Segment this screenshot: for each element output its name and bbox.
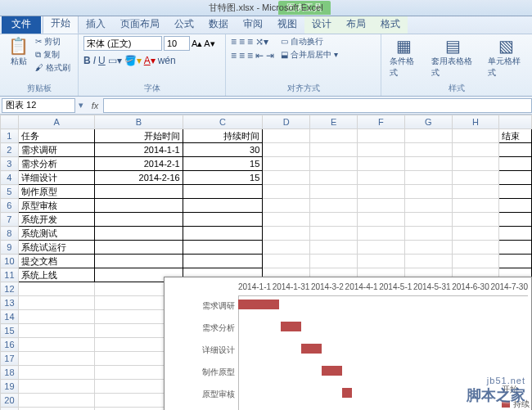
col-header[interactable]: A [18, 115, 94, 129]
copy-button[interactable]: ⧉ 复制 [35, 49, 70, 61]
cell[interactable] [310, 129, 358, 143]
cell[interactable] [452, 171, 499, 185]
cell[interactable]: 系统开发 [18, 213, 94, 227]
increase-indent-icon[interactable]: ⇥ [266, 50, 274, 61]
row-header[interactable]: 1 [1, 129, 19, 143]
cell[interactable] [183, 255, 263, 268]
cell[interactable] [95, 255, 183, 268]
tab-chart-format[interactable]: 格式 [373, 15, 408, 34]
cell[interactable] [310, 199, 358, 213]
row-header[interactable]: 18 [1, 366, 19, 380]
grid-row[interactable]: 4详细设计2014-2-1615 [1, 171, 532, 185]
cell[interactable] [263, 143, 310, 157]
cell[interactable] [452, 129, 499, 143]
row-header[interactable]: 17 [1, 352, 19, 366]
row-header[interactable]: 8 [1, 227, 19, 241]
cell[interactable] [452, 213, 499, 227]
col-header[interactable]: B [95, 115, 183, 129]
cell[interactable] [499, 227, 532, 241]
cell[interactable] [452, 227, 499, 241]
align-bottom-icon[interactable]: ≡ [247, 36, 253, 47]
cell[interactable] [357, 255, 404, 268]
column-headers[interactable]: A B C D E F G H [1, 115, 532, 129]
cell[interactable]: 15 [183, 157, 263, 171]
grid-row[interactable]: 2需求调研2014-1-130 [1, 143, 532, 157]
namebox-dropdown-icon[interactable]: ▾ [75, 100, 87, 110]
row-header[interactable]: 7 [1, 213, 19, 227]
row-header[interactable]: 16 [1, 338, 19, 352]
cell[interactable]: 2014-1-1 [95, 143, 183, 157]
col-header[interactable]: E [310, 115, 358, 129]
cell[interactable] [263, 157, 310, 171]
cell[interactable] [263, 199, 310, 213]
cell[interactable] [452, 157, 499, 171]
cell[interactable]: 2014-2-16 [95, 171, 183, 185]
cell[interactable]: 制作原型 [18, 185, 94, 199]
row-header[interactable]: 5 [1, 185, 19, 199]
cell[interactable] [452, 255, 499, 268]
cell[interactable] [452, 199, 499, 213]
cell[interactable] [499, 185, 532, 199]
row-header[interactable]: 12 [1, 282, 19, 296]
cell[interactable] [404, 255, 452, 268]
cell[interactable] [263, 171, 310, 185]
cell[interactable] [18, 408, 94, 411]
cell[interactable] [263, 185, 310, 199]
cell[interactable] [18, 380, 94, 394]
cell[interactable] [18, 282, 94, 296]
row-header[interactable]: 2 [1, 143, 19, 157]
cell[interactable] [18, 352, 94, 366]
cell[interactable] [452, 241, 499, 255]
align-right-icon[interactable]: ≡ [247, 50, 253, 61]
col-header[interactable]: F [357, 115, 404, 129]
cell[interactable] [310, 255, 358, 268]
format-as-table-button[interactable]: ▤套用表格格式 [428, 36, 478, 80]
grid-row[interactable]: 9系统试运行 [1, 241, 532, 255]
cell[interactable] [310, 143, 358, 157]
align-top-icon[interactable]: ≡ [231, 36, 237, 47]
cell[interactable] [263, 241, 310, 255]
cell[interactable] [452, 143, 499, 157]
row-header[interactable]: 4 [1, 171, 19, 185]
grid-row[interactable]: 5制作原型 [1, 185, 532, 199]
tab-chart-design[interactable]: 设计 [304, 15, 339, 34]
cell[interactable] [499, 157, 532, 171]
tab-review[interactable]: 审阅 [236, 15, 270, 34]
cell[interactable] [310, 157, 358, 171]
cell[interactable] [357, 227, 404, 241]
fill-color-button[interactable]: 🪣▾ [124, 55, 142, 66]
cell[interactable] [18, 366, 94, 380]
wrap-text-button[interactable]: ▭ 自动换行 [281, 36, 338, 47]
paste-button[interactable]: 📋 粘贴 [5, 36, 32, 69]
name-box[interactable]: 图表 12 [2, 98, 75, 113]
cell[interactable] [499, 241, 532, 255]
row-header[interactable]: 21 [1, 408, 19, 411]
cell[interactable] [310, 227, 358, 241]
cell[interactable] [404, 171, 452, 185]
embedded-chart[interactable]: 2014-1-12014-1-312014-3-22014-4-12014-5-… [164, 277, 532, 410]
row-header[interactable]: 13 [1, 296, 19, 310]
border-button[interactable]: ▭▾ [108, 55, 122, 66]
cell[interactable] [263, 213, 310, 227]
cell[interactable] [357, 241, 404, 255]
grid-row[interactable]: 10提交文档 [1, 255, 532, 268]
cell[interactable] [499, 143, 532, 157]
cell[interactable] [310, 241, 358, 255]
grid-row[interactable]: 7系统开发 [1, 213, 532, 227]
select-all-corner[interactable] [1, 115, 19, 129]
cell[interactable] [499, 255, 532, 268]
col-header[interactable]: G [404, 115, 452, 129]
cell[interactable] [95, 213, 183, 227]
cell[interactable] [18, 310, 94, 324]
cell[interactable] [183, 199, 263, 213]
cell[interactable] [357, 185, 404, 199]
cell[interactable]: 结束 [499, 129, 532, 143]
cell[interactable]: 原型审核 [18, 199, 94, 213]
cell[interactable] [183, 213, 263, 227]
row-header[interactable]: 6 [1, 199, 19, 213]
cell[interactable] [310, 171, 358, 185]
cell[interactable] [404, 227, 452, 241]
decrease-font-icon[interactable]: A▾ [204, 38, 214, 49]
align-middle-icon[interactable]: ≡ [239, 36, 245, 47]
cell[interactable] [452, 185, 499, 199]
